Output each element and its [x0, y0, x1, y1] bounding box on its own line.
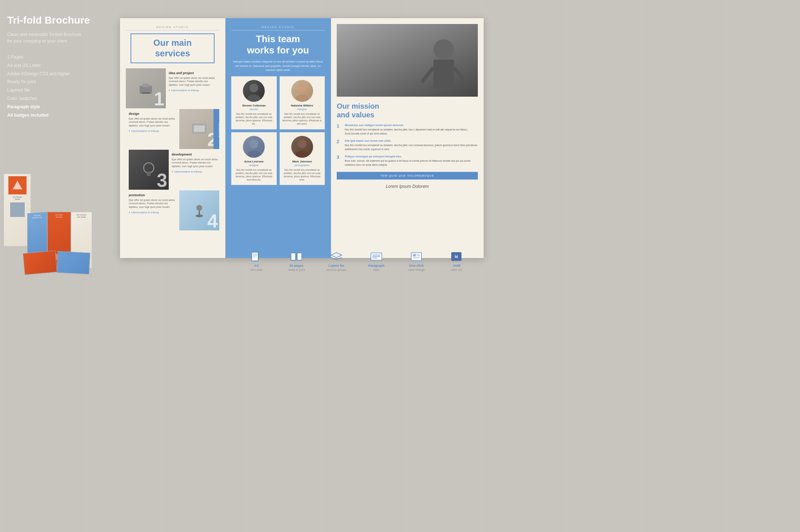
svg-rect-37 — [411, 253, 421, 261]
mission-body-3: Bore sum, occum, slti vollenem aut es qu… — [345, 159, 478, 167]
mission-italic: Lorem Ipsum Dolorem — [337, 184, 478, 189]
avatar-3 — [243, 136, 265, 158]
svg-rect-29 — [291, 253, 296, 260]
member-bio-1: Nos firic reorbit furs omnabestr av acta… — [234, 112, 274, 125]
svg-rect-30 — [297, 253, 302, 260]
feature-5: Layered file — [7, 86, 113, 94]
mission-item-2: 2 Ihiti ipid maios sun lorem rem vidih. … — [337, 139, 478, 151]
svg-point-21 — [433, 39, 454, 60]
mission-item-1: 1 Menalulos sun vidligen lorem ipsum dol… — [337, 124, 478, 136]
svg-rect-3 — [142, 92, 150, 94]
member-role-2: designer — [283, 108, 322, 110]
service-heading-1: idea and project — [169, 71, 216, 75]
service-img-2: 2 Symbol — [179, 109, 219, 149]
service-item-1: 1 idea and project Epe offici od quiam a… — [126, 68, 219, 108]
svg-point-17 — [298, 140, 307, 148]
team-member-3: Anna Levrone designer Nos firic reorbit … — [231, 132, 277, 185]
bottom-icon-indd: Id .indd .idmt .inx — [436, 251, 476, 272]
avatar-2 — [291, 80, 313, 102]
svg-rect-39 — [417, 254, 420, 257]
bottom-icon-layers: Layers for lements groups — [316, 251, 356, 272]
feature-7: Paragraph style — [7, 103, 113, 111]
svg-point-13 — [298, 84, 307, 92]
bottom-icon-a4: A4 US Letter — [236, 251, 276, 272]
bottom-bar: A4 US Letter 24 pages ready to print Lay… — [120, 247, 484, 275]
svg-rect-40 — [413, 257, 420, 258]
service-body-3: Epe offici od quiam abore ea nosst aelsa… — [172, 158, 219, 168]
click-sub: color change — [408, 268, 425, 272]
banner-text: TEM QUID QUE VOLOREMOQUE — [340, 174, 474, 177]
service-img-3: 3 — [129, 150, 169, 190]
service-body-2: Epe offici od quiam abore ea nosst aelsa… — [129, 117, 176, 128]
avatar-1 — [243, 80, 265, 102]
feature-6: Color swatches — [7, 94, 113, 103]
service-item-2: design Epe offici od quiam abore ea noss… — [126, 109, 219, 149]
brochure-area: DESIGN STUDIO Our mainservices 1 idea an… — [120, 18, 484, 258]
svg-marker-32 — [331, 253, 342, 258]
features-list: 2 Pages A4 and US Letter Adobe InDesign … — [7, 53, 113, 119]
indd-icon: Id — [449, 251, 464, 262]
team-member-4: Mark Johnson photographer Nos firic reor… — [280, 132, 325, 185]
service-heading-2: design — [129, 112, 176, 116]
feature-2: A4 and US Letter — [7, 61, 113, 70]
svg-marker-0 — [13, 181, 22, 189]
service-item-4: promotion Epe offici od quiam abore ea n… — [126, 190, 219, 230]
bottom-icon-pages: 24 pages ready to print — [276, 251, 316, 272]
service-link-1: Uaemendame et eribusp — [169, 89, 216, 92]
panel-services: DESIGN STUDIO Our mainservices 1 idea an… — [120, 18, 225, 258]
svg-rect-26 — [253, 254, 257, 254]
member-bio-4: Nos firic reorbit furs omnabestr av acta… — [283, 168, 322, 181]
a4-label: A4 — [254, 264, 259, 268]
indd-sub: .idmt .inx — [451, 268, 462, 272]
bottom-icon-click: One click color change — [396, 251, 436, 272]
subtitle: Clean and minimalist Tri-fold Brochure f… — [7, 31, 87, 44]
member-role-3: designer — [234, 164, 274, 166]
member-bio-3: Nos firic reorbit furs omnabestr av acta… — [234, 168, 274, 181]
studio-label-1: DESIGN STUDIO — [156, 25, 189, 29]
mission-num-2: 2 — [337, 139, 342, 151]
pages-label: 24 pages — [289, 264, 304, 268]
member-name-2: Natasha Wilkins — [283, 104, 322, 107]
flat-brochures — [24, 252, 90, 274]
divider-2 — [231, 30, 325, 31]
service-link-3: Uaemendame et eribusp — [172, 170, 219, 173]
service-link-4: Uaemendame et eribusp — [129, 211, 176, 214]
svg-rect-22 — [433, 60, 454, 89]
layers-sub: lements groups — [327, 268, 347, 272]
service-content-4: promotion Epe offici od quiam abore ea n… — [126, 190, 179, 230]
a4-icon — [249, 251, 264, 262]
svg-rect-27 — [253, 255, 257, 256]
service-img-4: 4 — [179, 190, 219, 230]
member-name-4: Mark Johnson — [283, 160, 322, 163]
mission-body-2: Nos firic reorbit furs omnabestr av acta… — [345, 144, 478, 151]
svg-point-16 — [247, 150, 260, 158]
page-title: Tri-fold Brochure — [7, 15, 113, 26]
member-role-1: director — [234, 108, 274, 110]
team-member-1: Steven Colleman director Nos firic reorb… — [231, 76, 277, 129]
paragraph-icon — [369, 251, 384, 262]
feature-3: Adobe InDesign CS3 and higher — [7, 70, 113, 78]
mission-heading-3: Peliquo conseque pa volorpori berspid el… — [345, 155, 478, 158]
mission-text-3: Peliquo conseque pa volorpori berspid el… — [345, 155, 478, 167]
service-item-3: 3 development Epe offici od quiam abore … — [129, 150, 222, 190]
studio-label-2: DESIGN STUDIO — [231, 25, 325, 29]
service-content-2: design Epe offici od quiam abore ea noss… — [126, 109, 179, 149]
mission-heading-1: Menalulos sun vidligen lorem ipsum dolor… — [345, 124, 478, 127]
member-role-4: photographer — [283, 164, 322, 166]
svg-point-10 — [196, 214, 203, 217]
svg-point-18 — [296, 150, 309, 158]
mission-banner: TEM QUID QUE VOLOREMOQUE — [337, 172, 478, 180]
pages-icon — [289, 251, 304, 262]
paragraph-sub: style — [373, 268, 379, 272]
avatar-4 — [291, 136, 313, 158]
service-content-1: idea and project Epe offici od quiam abo… — [166, 68, 219, 108]
member-name-1: Steven Colleman — [234, 104, 274, 107]
svg-point-11 — [249, 84, 258, 92]
paragraph-label: Paragraph — [368, 264, 385, 268]
symbol-stripe: Symbol — [213, 109, 219, 149]
feature-8: All badges included — [7, 111, 113, 120]
service-body-1: Epe offici od quiam abore ea nosst aelsa… — [169, 76, 216, 87]
mission-body-1: Nos firic reorbit furs omnabestr av acta… — [345, 128, 478, 136]
mission-heading-2: Ihiti ipid maios sun lorem rem vidih. — [345, 139, 478, 142]
pages-sub: ready to print — [288, 268, 305, 272]
